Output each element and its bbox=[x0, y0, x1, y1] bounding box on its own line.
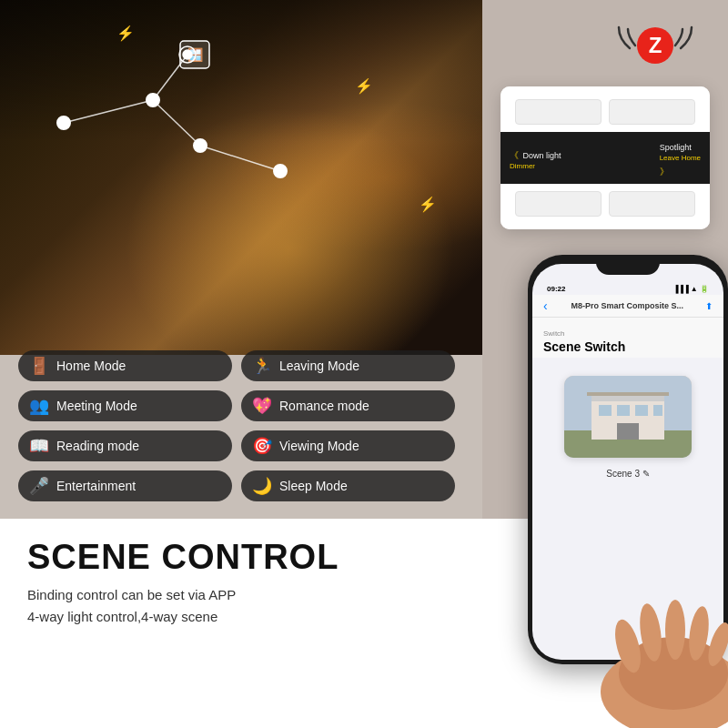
hand-graphic bbox=[573, 546, 728, 728]
bottom-content: SCENE CONTROL Binding control can be set… bbox=[0, 519, 446, 728]
ws-top-buttons bbox=[500, 86, 710, 132]
svg-line-13 bbox=[153, 100, 200, 146]
svg-text:⚡: ⚡ bbox=[355, 77, 373, 95]
phone-container: 09:22 ▐▐▐ ▲ 🔋 ‹ M8-Pro Smart Composite S… bbox=[510, 255, 728, 701]
svg-rect-22 bbox=[617, 405, 630, 416]
home-mode-label: Home Mode bbox=[56, 359, 126, 373]
phone-switch-label: Switch bbox=[543, 329, 565, 338]
ws-label-leavehome: Leave Home bbox=[660, 154, 701, 162]
phone-scene-name[interactable]: Scene 3 ✎ bbox=[547, 469, 709, 479]
svg-point-31 bbox=[665, 600, 685, 660]
svg-text:Z: Z bbox=[649, 33, 662, 57]
zigbee-logo-area: Z bbox=[610, 16, 701, 76]
phone-back-btn[interactable]: ‹ bbox=[543, 298, 548, 313]
phone-nav[interactable]: ‹ M8-Pro Smart Composite S... ⬆ bbox=[532, 295, 723, 318]
mode-sleep[interactable]: 🌙 Sleep Mode bbox=[241, 470, 455, 501]
ws-btn-left bbox=[515, 99, 602, 125]
ws-btn-bottom-right bbox=[609, 191, 695, 217]
ws-btn-right bbox=[609, 99, 695, 125]
sleep-mode-label: Sleep Mode bbox=[279, 479, 348, 493]
viewing-mode-icon: 🎯 bbox=[252, 438, 272, 454]
sleep-mode-icon: 🌙 bbox=[252, 478, 272, 494]
ws-arrow-left: 《 bbox=[510, 150, 519, 160]
meeting-mode-icon: 👥 bbox=[29, 398, 49, 414]
scene-control-line1: Binding control can be set via APP bbox=[27, 587, 236, 602]
entertainment-mode-label: Entertainment bbox=[56, 479, 136, 493]
mode-meeting[interactable]: 👥 Meeting Mode bbox=[18, 390, 232, 421]
modes-area: 🚪 Home Mode 🏃 Leaving Mode 👥 Meeting Mod… bbox=[18, 350, 464, 501]
svg-rect-26 bbox=[587, 392, 669, 396]
reading-mode-label: Reading mode bbox=[56, 439, 139, 453]
phone-scene-image bbox=[564, 376, 692, 458]
ws-bottom-buttons bbox=[500, 184, 710, 229]
mode-viewing[interactable]: 🎯 Viewing Mode bbox=[241, 430, 455, 461]
phone-nav-title: M8-Pro Smart Composite S... bbox=[550, 301, 705, 310]
phone-scene-card[interactable]: Scene 3 ✎ bbox=[532, 358, 723, 486]
phone-share-btn[interactable]: ⬆ bbox=[705, 301, 713, 311]
svg-line-12 bbox=[153, 55, 187, 100]
scene-control-subtitle: Binding control can be set via APP 4-way… bbox=[27, 584, 419, 628]
svg-rect-23 bbox=[635, 405, 648, 416]
ws-label-spotlight: Spotlight Leave Home bbox=[660, 143, 701, 162]
svg-line-11 bbox=[64, 100, 153, 123]
home-mode-icon: 🚪 bbox=[29, 358, 49, 374]
meeting-mode-label: Meeting Mode bbox=[56, 399, 137, 413]
phone-app-header: Switch Scene Switch bbox=[532, 318, 723, 358]
ws-arrow-right: 》 bbox=[660, 167, 669, 177]
scene-control-line2: 4-way light control,4-way scene bbox=[27, 609, 217, 624]
phone-time: 09:22 bbox=[547, 285, 565, 293]
ws-label-dimmer: Dimmer bbox=[510, 162, 561, 170]
phone-signal-icons: ▐▐▐ ▲ 🔋 bbox=[673, 285, 709, 293]
wall-switch-device: 《 Down light Dimmer Spotlight Leave Home… bbox=[500, 86, 710, 229]
mode-romance[interactable]: 💖 Romance mode bbox=[241, 390, 455, 421]
ws-btn-bottom-left bbox=[515, 191, 602, 217]
reading-mode-icon: 📖 bbox=[29, 438, 49, 454]
svg-line-14 bbox=[200, 146, 280, 171]
svg-rect-25 bbox=[617, 423, 639, 440]
viewing-mode-label: Viewing Mode bbox=[279, 439, 359, 453]
scene-graph-overlay: ⚡ ⚡ ⚡ 🪟 bbox=[18, 18, 473, 273]
mode-entertainment[interactable]: 🎤 Entertainment bbox=[18, 470, 232, 501]
romance-mode-label: Romance mode bbox=[279, 399, 369, 413]
svg-rect-21 bbox=[599, 405, 612, 416]
phone-switch-type: Scene Switch bbox=[543, 339, 713, 354]
entertainment-mode-icon: 🎤 bbox=[29, 478, 49, 494]
mode-home[interactable]: 🚪 Home Mode bbox=[18, 350, 232, 381]
phone-status-bar: 09:22 ▐▐▐ ▲ 🔋 bbox=[532, 280, 723, 295]
svg-rect-24 bbox=[653, 405, 662, 416]
svg-text:⚡: ⚡ bbox=[419, 196, 437, 213]
ws-middle-bar: 《 Down light Dimmer Spotlight Leave Home… bbox=[500, 132, 710, 184]
leaving-mode-icon: 🏃 bbox=[252, 358, 272, 374]
leaving-mode-label: Leaving Mode bbox=[279, 359, 359, 373]
phone-notch bbox=[596, 255, 660, 275]
modes-grid: 🚪 Home Mode 🏃 Leaving Mode 👥 Meeting Mod… bbox=[18, 350, 455, 501]
mode-reading[interactable]: 📖 Reading mode bbox=[18, 430, 232, 461]
romance-mode-icon: 💖 bbox=[252, 398, 272, 414]
svg-text:⚡: ⚡ bbox=[116, 25, 135, 42]
scene-control-title: SCENE CONTROL bbox=[27, 539, 419, 577]
mode-leaving[interactable]: 🏃 Leaving Mode bbox=[241, 350, 455, 381]
